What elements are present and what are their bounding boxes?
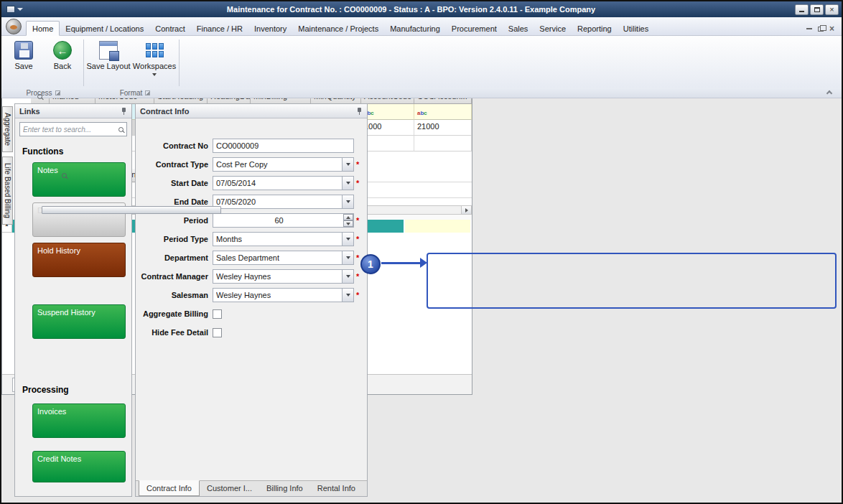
required-marker: *: [356, 291, 359, 299]
pin-icon[interactable]: [121, 108, 127, 115]
ribbon-tab-utilities[interactable]: Utilities: [618, 22, 654, 35]
collapse-ribbon-button[interactable]: [827, 89, 832, 97]
save-layout-label: Save Layout: [86, 62, 130, 70]
search-box[interactable]: [19, 122, 127, 136]
workspaces-dropdown-icon[interactable]: [152, 73, 157, 76]
cell-cosaccount[interactable]: [414, 136, 472, 151]
functions-heading: Functions: [22, 146, 131, 157]
ribbon-separator: [83, 39, 84, 86]
cell-cosaccount[interactable]: 21000: [414, 120, 472, 136]
app-logo[interactable]: [6, 19, 22, 34]
contract-no-label: Contract No: [139, 141, 213, 150]
contract-manager-combobox[interactable]: Wesley Haynes: [213, 269, 354, 284]
aggregate-billing-checkbox[interactable]: [213, 309, 222, 319]
hold-history-button[interactable]: Hold History: [32, 243, 126, 277]
period-type-combobox[interactable]: Months: [213, 232, 354, 246]
ribbon-tab-reporting[interactable]: Reporting: [572, 22, 618, 35]
suspend-history-button[interactable]: Suspend History: [32, 304, 126, 339]
dropdown-icon[interactable]: [342, 251, 353, 264]
dropdown-icon[interactable]: [342, 177, 353, 190]
back-button[interactable]: ← Back: [43, 38, 82, 84]
workspaces-button[interactable]: Workspaces: [131, 38, 177, 84]
mdi-restore-icon[interactable]: [818, 27, 824, 32]
ribbon-tab-sales[interactable]: Sales: [503, 22, 534, 35]
mdi-minimize-icon[interactable]: [806, 28, 812, 29]
notes-button[interactable]: Notes: [32, 162, 126, 197]
search-input[interactable]: [23, 126, 118, 134]
maximize-icon: [814, 7, 820, 12]
scrollbar-thumb[interactable]: [42, 206, 221, 214]
save-layout-button[interactable]: Save Layout: [85, 38, 131, 84]
cell-accountcode[interactable]: 1000: [361, 120, 414, 136]
tab-rental-info[interactable]: Rental Info: [310, 481, 363, 496]
search-icon[interactable]: [118, 127, 124, 132]
ribbon-group-row: Process Format: [1, 88, 842, 98]
group-dialog-launcher-icon[interactable]: [145, 90, 150, 95]
contract-no-field[interactable]: CO0000009: [213, 139, 354, 153]
contract-info-panel-title: Contract Info: [140, 107, 189, 116]
contract-type-label: Contract Type: [139, 160, 213, 169]
ribbon-tab-service[interactable]: Service: [534, 22, 572, 35]
aggregate-billing-label: Aggregate Billing: [139, 309, 213, 318]
required-marker: *: [356, 160, 359, 169]
hide-fee-detail-label: Hide Fee Detail: [139, 328, 213, 337]
ribbon-tab-procurement[interactable]: Procurement: [446, 22, 503, 35]
quick-access-caret-icon[interactable]: [17, 8, 23, 11]
side-tab-aggregate[interactable]: Aggregate: [2, 106, 13, 152]
tab-contract-info[interactable]: Contract Info: [139, 480, 200, 496]
group-dialog-launcher-icon[interactable]: [55, 90, 60, 95]
save-button[interactable]: Save: [4, 38, 43, 84]
filter-cell-cosaccount[interactable]: abc: [414, 104, 472, 120]
cell-accountcode[interactable]: [361, 136, 414, 151]
period-stepper[interactable]: 60: [213, 213, 354, 228]
application-window: Maintenance for Contract No. : CO0000009…: [0, 0, 843, 504]
docked-panel-strip: Aggregate Life Based Billing: [1, 102, 14, 501]
suspend-history-label: Suspend History: [37, 308, 96, 317]
minimize-icon: [799, 11, 804, 12]
scroll-right-button[interactable]: [461, 206, 471, 214]
scrollbar-track[interactable]: [42, 206, 461, 214]
dropdown-icon[interactable]: [342, 289, 353, 302]
group-format-label: Format: [120, 89, 143, 97]
end-date-label: End Date: [139, 197, 213, 206]
tab-billing-info[interactable]: Billing Info: [259, 481, 310, 496]
minimize-button[interactable]: [795, 4, 809, 15]
salesman-label: Salesman: [139, 291, 213, 299]
title-bar: Maintenance for Contract No. : CO0000009…: [1, 1, 842, 17]
maximize-button[interactable]: [810, 4, 824, 15]
contract-manager-label: Contract Manager: [139, 272, 213, 281]
new-cell[interactable]: [405, 220, 472, 233]
window-title: Maintenance for Contract No. : CO0000009…: [27, 5, 795, 14]
invoices-button[interactable]: Invoices: [32, 403, 126, 438]
quick-access-icon[interactable]: [6, 6, 15, 13]
ribbon-body: Save ← Back Save Layout Workspaces: [1, 36, 842, 88]
salesman-combobox[interactable]: Wesley Haynes: [213, 288, 354, 302]
ribbon-tab-inventory[interactable]: Inventory: [248, 22, 292, 35]
ribbon-tab-contract[interactable]: Contract: [149, 22, 191, 35]
dropdown-icon[interactable]: [342, 270, 353, 283]
tab-customer-info[interactable]: Customer I...: [200, 481, 259, 496]
start-date-picker[interactable]: 07/05/2014: [213, 176, 354, 190]
workspaces-icon: [145, 41, 164, 60]
close-button[interactable]: ×: [825, 4, 839, 15]
side-tab-life-based-billing[interactable]: Life Based Billing: [2, 157, 13, 225]
horizontal-scrollbar[interactable]: [31, 205, 472, 215]
hide-fee-detail-checkbox[interactable]: [213, 328, 222, 337]
contract-type-combobox[interactable]: Cost Per Copy: [213, 157, 354, 172]
mdi-close-icon[interactable]: ×: [829, 25, 834, 32]
ribbon-tab-finance-hr[interactable]: Finance / HR: [191, 22, 248, 35]
dropdown-icon[interactable]: [342, 158, 353, 171]
department-combobox[interactable]: Sales Department: [213, 251, 354, 265]
period-type-label: Period Type: [139, 235, 213, 243]
filter-cell-accountcode[interactable]: abc: [361, 104, 414, 120]
credit-notes-button[interactable]: Credit Notes: [32, 451, 126, 482]
ribbon-tab-home[interactable]: Home: [26, 21, 60, 36]
search-icon: [37, 94, 42, 99]
pin-icon[interactable]: [356, 108, 363, 115]
spinner-icon[interactable]: [343, 214, 353, 227]
period-label: Period: [139, 216, 213, 225]
ribbon-tab-maintenance-projects[interactable]: Maintenance / Projects: [292, 22, 384, 35]
ribbon-tab-equipment-locations[interactable]: Equipment / Locations: [60, 22, 149, 35]
dropdown-icon[interactable]: [342, 233, 353, 246]
ribbon-tab-manufacturing[interactable]: Manufacturing: [384, 22, 446, 35]
